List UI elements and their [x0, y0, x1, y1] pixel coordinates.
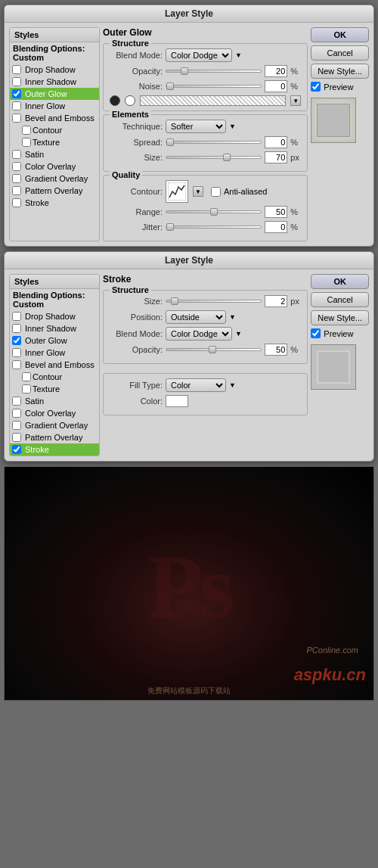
panel1-cancel-button[interactable]: Cancel — [311, 45, 369, 61]
sidebar2-item-texture[interactable]: Texture — [10, 383, 99, 395]
jitter-slider[interactable] — [166, 226, 262, 229]
p2-inner-shadow-check[interactable] — [12, 324, 21, 333]
gradient-arrow[interactable]: ▼ — [290, 95, 301, 106]
spread-input[interactable] — [265, 136, 287, 148]
contour-check[interactable] — [22, 126, 31, 135]
opacity-thumb[interactable] — [181, 67, 188, 75]
sidebar2-item-bevel-emboss[interactable]: Bevel and Emboss — [10, 359, 99, 371]
sidebar2-item-stroke[interactable]: Stroke — [10, 443, 99, 456]
sidebar2-item-blending[interactable]: Blending Options: Custom — [10, 289, 99, 310]
sidebar1-item-blending[interactable]: Blending Options: Custom — [10, 42, 99, 64]
p2-size-thumb[interactable] — [171, 297, 178, 305]
sidebar1-item-outer-glow[interactable]: Outer Glow — [10, 88, 99, 100]
jitter-unit: % — [290, 222, 301, 232]
sidebar1-item-gradient-overlay[interactable]: Gradient Overlay — [10, 173, 99, 185]
sidebar1-item-inner-glow[interactable]: Inner Glow — [10, 100, 99, 112]
pattern-overlay-check[interactable] — [12, 186, 21, 195]
size-slider[interactable] — [166, 156, 262, 159]
blend-mode-select[interactable]: Color Dodge — [166, 48, 232, 62]
range-input[interactable] — [265, 206, 287, 218]
sidebar1-item-stroke[interactable]: Stroke — [10, 197, 99, 209]
p2-drop-shadow-check[interactable] — [12, 312, 21, 321]
panel1-preview-check[interactable] — [311, 82, 321, 92]
panel2-new-style-button[interactable]: New Style... — [311, 310, 369, 325]
sidebar2-item-drop-shadow[interactable]: Drop Shadow — [10, 310, 99, 322]
range-thumb[interactable] — [210, 208, 218, 216]
panel2-preview-check[interactable] — [311, 328, 321, 338]
panel2-cancel-button[interactable]: Cancel — [311, 292, 369, 307]
sidebar2-item-color-overlay[interactable]: Color Overlay — [10, 407, 99, 419]
p2-contour-check[interactable] — [22, 372, 31, 381]
sidebar1-item-bevel-emboss[interactable]: Bevel and Emboss — [10, 112, 99, 124]
sidebar2-item-inner-glow[interactable]: Inner Glow — [10, 347, 99, 359]
size-thumb[interactable] — [223, 154, 231, 161]
size-input[interactable] — [265, 151, 287, 163]
sidebar1-item-pattern-overlay[interactable]: Pattern Overlay — [10, 185, 99, 197]
outer-glow-check[interactable] — [12, 89, 21, 98]
p2-color-overlay-check[interactable] — [12, 409, 21, 418]
p2-size-input[interactable] — [265, 295, 287, 307]
sidebar1-item-contour[interactable]: Contour — [10, 124, 99, 136]
sidebar2-item-contour[interactable]: Contour — [10, 371, 99, 383]
gradient-swatch[interactable] — [140, 95, 286, 106]
fill-type-arrow: ▼ — [229, 381, 236, 389]
satin-check[interactable] — [12, 150, 21, 159]
p2-outer-glow-check[interactable] — [12, 336, 21, 345]
inner-glow-check[interactable] — [12, 101, 21, 110]
contour-row: Contour: ▼ Anti-aliased — [110, 180, 301, 203]
sidebar2-item-outer-glow[interactable]: Outer Glow — [10, 334, 99, 347]
p2-position-select[interactable]: Outside — [166, 310, 226, 324]
noise-slider[interactable] — [166, 85, 262, 88]
color-swatch[interactable] — [166, 395, 188, 407]
sidebar1-item-texture[interactable]: Texture — [10, 136, 99, 148]
sidebar2-item-gradient-overlay[interactable]: Gradient Overlay — [10, 419, 99, 431]
p2-size-row: Size: px — [110, 295, 301, 307]
color-overlay-check[interactable] — [12, 162, 21, 171]
sidebar1-item-drop-shadow[interactable]: Drop Shadow — [10, 64, 99, 76]
panel1-ok-button[interactable]: OK — [311, 27, 369, 42]
spread-slider[interactable] — [166, 141, 262, 144]
contour-thumbnail[interactable] — [166, 180, 188, 203]
panel1-elements-label: Elements — [110, 110, 151, 119]
opacity-slider[interactable] — [166, 70, 262, 73]
spread-thumb[interactable] — [166, 138, 174, 146]
p2-opacity-thumb[interactable] — [209, 346, 216, 353]
noise-input[interactable] — [265, 80, 287, 92]
p2-inner-glow-check[interactable] — [12, 348, 21, 357]
opacity-input[interactable] — [265, 65, 287, 77]
p2-opacity-input[interactable] — [265, 344, 287, 356]
texture-check[interactable] — [22, 138, 31, 147]
technique-select[interactable]: Softer — [166, 120, 226, 133]
sidebar1-item-inner-shadow[interactable]: Inner Shadow — [10, 76, 99, 88]
inner-shadow-check[interactable] — [12, 77, 21, 86]
gradient-overlay-check[interactable] — [12, 174, 21, 183]
drop-shadow-check[interactable] — [12, 65, 21, 74]
p2-texture-check[interactable] — [22, 384, 31, 394]
contour-arrow[interactable]: ▼ — [193, 186, 203, 197]
p2-pattern-overlay-check[interactable] — [12, 433, 21, 442]
sidebar2-item-inner-shadow[interactable]: Inner Shadow — [10, 322, 99, 334]
p2-gradient-overlay-check[interactable] — [12, 421, 21, 430]
p2-satin-check[interactable] — [12, 397, 21, 406]
fill-type-select[interactable]: Color — [166, 378, 226, 392]
p2-blend-mode-select[interactable]: Color Dodge — [166, 327, 232, 341]
sidebar1-item-color-overlay[interactable]: Color Overlay — [10, 160, 99, 173]
panel1-new-style-button[interactable]: New Style... — [311, 64, 369, 79]
bevel-emboss-check[interactable] — [12, 114, 21, 123]
noise-thumb[interactable] — [166, 82, 174, 90]
p2-stroke-check[interactable] — [12, 445, 21, 454]
sidebar2-item-satin[interactable]: Satin — [10, 395, 99, 407]
anti-aliased-check[interactable] — [211, 187, 221, 197]
color-white[interactable] — [125, 95, 135, 106]
range-slider[interactable] — [166, 210, 262, 213]
jitter-thumb[interactable] — [166, 223, 174, 231]
p2-size-slider[interactable] — [166, 300, 262, 303]
p2-bevel-emboss-check[interactable] — [12, 360, 21, 369]
stroke-check[interactable] — [12, 198, 21, 207]
sidebar2-item-pattern-overlay[interactable]: Pattern Overlay — [10, 431, 99, 443]
color-black[interactable] — [110, 95, 120, 106]
jitter-input[interactable] — [265, 221, 287, 233]
sidebar1-item-satin[interactable]: Satin — [10, 148, 99, 160]
panel2-ok-button[interactable]: OK — [311, 274, 369, 289]
p2-opacity-slider[interactable] — [166, 348, 262, 351]
